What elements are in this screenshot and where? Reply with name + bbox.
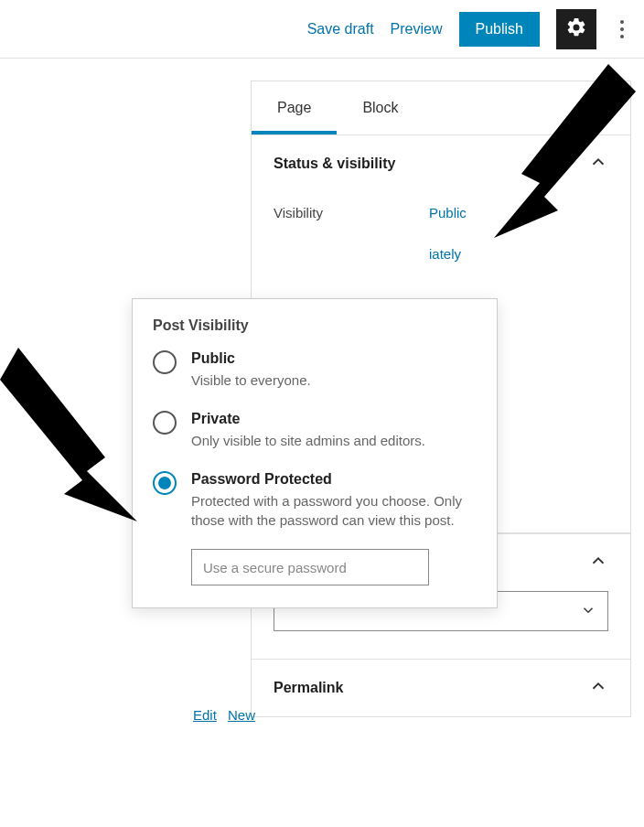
visibility-option-password[interactable]: Password Protected Protected with a pass… — [153, 471, 477, 532]
section-title: Status & visibility — [274, 156, 395, 172]
option-label: Private — [191, 411, 425, 427]
visibility-popover: Post Visibility Public Visible to everyo… — [132, 298, 498, 608]
annotation-arrow — [0, 338, 165, 543]
option-desc: Only visible to site admins and editors. — [191, 431, 425, 451]
section-title: Permalink — [274, 680, 343, 696]
option-desc: Visible to everyone. — [191, 371, 311, 391]
settings-button[interactable] — [556, 9, 596, 49]
preview-button[interactable]: Preview — [391, 21, 443, 38]
visibility-option-private[interactable]: Private Only visible to site admins and … — [153, 411, 477, 451]
save-draft-button[interactable]: Save draft — [307, 21, 374, 38]
permalink-toggle[interactable]: Permalink — [252, 660, 630, 716]
publish-button[interactable]: Publish — [459, 12, 540, 47]
annotation-arrow — [457, 55, 640, 260]
svg-marker-1 — [0, 348, 137, 521]
more-menu-button[interactable] — [613, 13, 631, 46]
gear-icon — [565, 16, 587, 41]
chevron-up-icon — [588, 551, 608, 575]
chevron-down-icon — [580, 602, 596, 621]
new-link[interactable]: New — [228, 707, 255, 723]
popover-title: Post Visibility — [153, 317, 477, 334]
option-label: Password Protected — [191, 471, 477, 488]
option-label: Public — [191, 350, 311, 367]
option-desc: Protected with a password you choose. On… — [191, 491, 477, 532]
tab-block[interactable]: Block — [337, 81, 424, 134]
visibility-label: Visibility — [274, 205, 429, 220]
visibility-option-public[interactable]: Public Visible to everyone. — [153, 350, 477, 391]
editor-topbar: Save draft Preview Publish — [0, 0, 644, 59]
svg-marker-0 — [494, 64, 636, 238]
permalink-section: Permalink — [252, 659, 630, 716]
publish-value-partial[interactable]: iately — [429, 246, 461, 262]
chevron-up-icon — [588, 676, 608, 700]
tab-page[interactable]: Page — [252, 81, 337, 134]
edit-new-links: Edit New — [171, 707, 263, 723]
password-input[interactable] — [191, 549, 429, 585]
edit-link[interactable]: Edit — [193, 707, 217, 723]
dots-icon — [620, 20, 624, 24]
